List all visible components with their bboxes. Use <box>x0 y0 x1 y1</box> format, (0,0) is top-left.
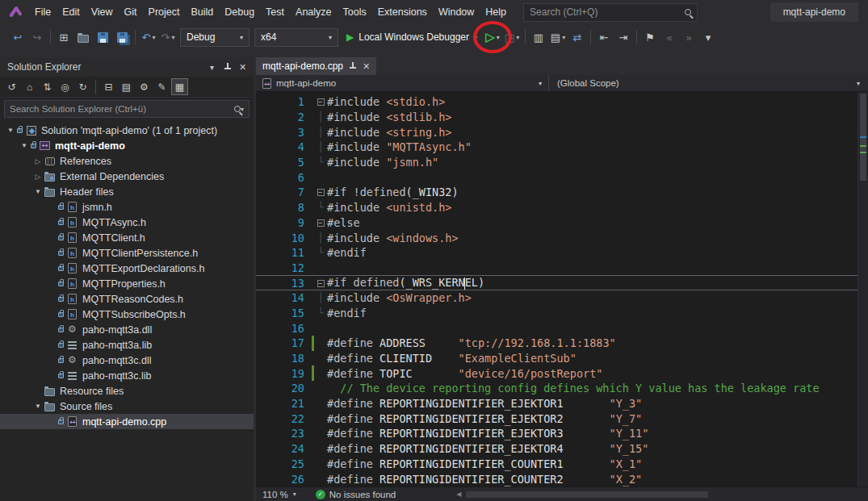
collapse-box-icon[interactable]: − <box>317 98 325 106</box>
twisty-icon[interactable]: ▷ <box>32 173 44 181</box>
breakpoint-margin[interactable] <box>256 200 269 215</box>
previous-bookmark-icon[interactable]: « <box>660 27 679 47</box>
code-line-20[interactable]: 20 // The device reporting config define… <box>256 381 868 396</box>
twisty-icon[interactable]: ▼ <box>32 188 44 195</box>
solution-explorer-search-box[interactable]: Search Solution Explorer (Ctrl+ü) ▾ <box>4 100 249 118</box>
code-line-24[interactable]: 24#define REPORTINGIDENTIFIER_EJEKTOR4 "… <box>256 441 868 457</box>
chevron-down-icon[interactable]: ▾ <box>497 34 500 41</box>
zoom-control[interactable]: 110 % ▾ <box>256 487 303 501</box>
code-line-3[interactable]: 3│#include <string.h> <box>256 124 868 140</box>
menu-help[interactable]: Help <box>480 3 512 21</box>
menu-edit[interactable]: Edit <box>57 3 86 21</box>
code-line-10[interactable]: 10│#include <windows.h> <box>256 230 868 245</box>
menu-window[interactable]: Window <box>433 3 480 21</box>
horizontal-scrollbar[interactable]: ◀ <box>454 487 868 501</box>
breakpoint-margin[interactable] <box>256 441 269 457</box>
fold-toggle-icon[interactable]: − <box>314 217 327 228</box>
code-editor[interactable]: 1−#include <stdio.h>2│#include <stdlib.h… <box>256 92 868 486</box>
tree-item-references[interactable]: ▷References <box>0 153 254 169</box>
tree-item-mqttproperties-h[interactable]: MQTTProperties.h <box>0 276 254 291</box>
code-line-22[interactable]: 22#define REPORTINGIDENTIFIER_EJEKTOR2 "… <box>256 411 868 426</box>
refresh-icon[interactable]: ↻ <box>74 78 91 95</box>
close-panel-icon[interactable]: ✕ <box>235 60 250 75</box>
breakpoint-margin[interactable] <box>256 336 269 351</box>
code-line-26[interactable]: 26#define REPORTINGIDENTIFIER_COUNTER2 "… <box>256 471 868 486</box>
breakpoint-margin[interactable] <box>256 290 269 306</box>
code-line-11[interactable]: 11└#endif <box>256 245 868 261</box>
fold-toggle-icon[interactable]: − <box>314 96 327 107</box>
sync-icon[interactable]: ⇄ <box>568 27 587 47</box>
code-line-2[interactable]: 2│#include <stdlib.h> <box>256 110 868 125</box>
code-line-5[interactable]: 5└#include "jsmn.h" <box>256 155 868 170</box>
menu-tools[interactable]: Tools <box>338 3 372 21</box>
find-in-files-icon[interactable]: ▥ <box>529 27 548 47</box>
next-bookmark-icon[interactable]: » <box>679 27 698 47</box>
navigate-forward-icon[interactable]: ↪ <box>27 27 47 47</box>
tree-item-jsmn-h[interactable]: jsmn.h <box>0 199 254 215</box>
twisty-icon[interactable]: ▷ <box>32 157 44 165</box>
quick-search-box[interactable]: Search (Ctrl+Q) <box>523 3 698 22</box>
twisty-icon[interactable]: ▼ <box>19 142 30 149</box>
breakpoint-margin[interactable] <box>256 320 269 336</box>
menu-test[interactable]: Test <box>260 3 290 21</box>
tree-item-mqtt-api-demo[interactable]: ▼mqtt-api-demo <box>0 138 254 153</box>
menu-extensions[interactable]: Extensions <box>372 3 433 21</box>
code-line-14[interactable]: 14│#include <OsWrapper.h> <box>256 290 868 306</box>
code-line-19[interactable]: 19#define TOPIC "device/16/postReport" <box>256 365 868 381</box>
pending-changes-filter-icon[interactable]: ◎ <box>57 78 73 95</box>
tree-item-mqttasync-h[interactable]: MQTTAsync.h <box>0 215 254 230</box>
breakpoint-margin[interactable] <box>256 110 269 125</box>
tree-item-external-dependencies[interactable]: ▷External Dependencies <box>0 169 254 184</box>
menu-file[interactable]: File <box>29 3 57 21</box>
show-all-files-icon[interactable]: ▤ <box>118 78 135 95</box>
breakpoint-margin[interactable] <box>256 245 269 261</box>
tree-item-paho-mqtt3c-dll[interactable]: ⚙paho-mqtt3c.dll <box>0 353 254 368</box>
tree-item-mqtt-api-demo-cpp[interactable]: mqtt-api-demo.cpp <box>0 414 254 429</box>
menu-project[interactable]: Project <box>143 3 186 21</box>
tree-item-source-files[interactable]: ▼Source files <box>0 399 254 414</box>
save-icon[interactable] <box>93 27 112 47</box>
breakpoint-margin[interactable] <box>256 215 269 231</box>
chevron-down-icon[interactable]: ▾ <box>516 34 519 41</box>
breakpoint-margin[interactable] <box>256 306 269 321</box>
code-line-16[interactable]: 16 <box>256 320 868 336</box>
project-scope-dropdown[interactable]: mqtt-api-demo ▾ <box>256 75 549 91</box>
close-tab-icon[interactable]: ✕ <box>363 61 370 72</box>
breakpoint-margin[interactable] <box>256 94 269 110</box>
breakpoint-margin[interactable] <box>256 457 269 472</box>
chevron-down-icon[interactable]: ▾ <box>562 34 565 41</box>
breakpoint-margin[interactable] <box>256 275 269 290</box>
tree-item-mqttsubscribeopts-h[interactable]: MQTTSubscribeOpts.h <box>0 307 254 322</box>
code-line-1[interactable]: 1−#include <stdio.h> <box>256 94 868 110</box>
breakpoint-margin[interactable] <box>256 471 269 486</box>
breakpoint-margin[interactable] <box>256 381 269 396</box>
back-icon[interactable]: ↺ <box>3 78 20 95</box>
breakpoint-margin[interactable] <box>256 396 269 411</box>
code-line-18[interactable]: 18#define CLIENTID "ExampleClientSub" <box>256 351 868 366</box>
open-file-icon[interactable] <box>73 27 93 47</box>
tree-item-paho-mqtt3c-lib[interactable]: paho-mqtt3c.lib <box>0 368 254 383</box>
code-line-9[interactable]: 9−#else <box>256 215 868 231</box>
redo-icon[interactable]: ↷▾ <box>158 27 178 47</box>
global-scope-dropdown[interactable]: (Global Scope) ▾ <box>549 75 868 91</box>
preview-selected-items-icon[interactable]: ▦ <box>171 78 188 95</box>
properties-icon[interactable]: ⚙ <box>136 78 153 95</box>
document-health-indicator[interactable]: ✓ No issues found <box>312 487 399 501</box>
code-line-13[interactable]: 13−#if defined(_WRS_KERNEL) <box>256 275 868 290</box>
fold-toggle-icon[interactable]: − <box>314 278 327 289</box>
breakpoint-margin[interactable] <box>256 124 269 140</box>
home-icon[interactable]: ⌂ <box>21 78 38 95</box>
solution-configurations-dropdown[interactable]: Debug▾ <box>180 28 249 47</box>
hot-reload-icon[interactable]: ◲▾ <box>502 27 522 47</box>
code-line-15[interactable]: 15└#endif <box>256 306 868 321</box>
code-line-8[interactable]: 8└#include <unistd.h> <box>256 200 868 215</box>
command-window-icon[interactable]: ▤▾ <box>548 27 568 47</box>
breakpoint-margin[interactable] <box>256 230 269 245</box>
collapse-box-icon[interactable]: − <box>317 280 325 287</box>
chevron-down-icon[interactable]: ▾ <box>474 34 477 41</box>
code-line-23[interactable]: 23#define REPORTINGIDENTIFIER_EJEKTOR3 "… <box>256 426 868 441</box>
breakpoint-margin[interactable] <box>256 155 269 170</box>
breakpoint-margin[interactable] <box>256 351 269 366</box>
menu-git[interactable]: Git <box>119 3 143 21</box>
code-line-12[interactable]: 12 <box>256 261 868 276</box>
